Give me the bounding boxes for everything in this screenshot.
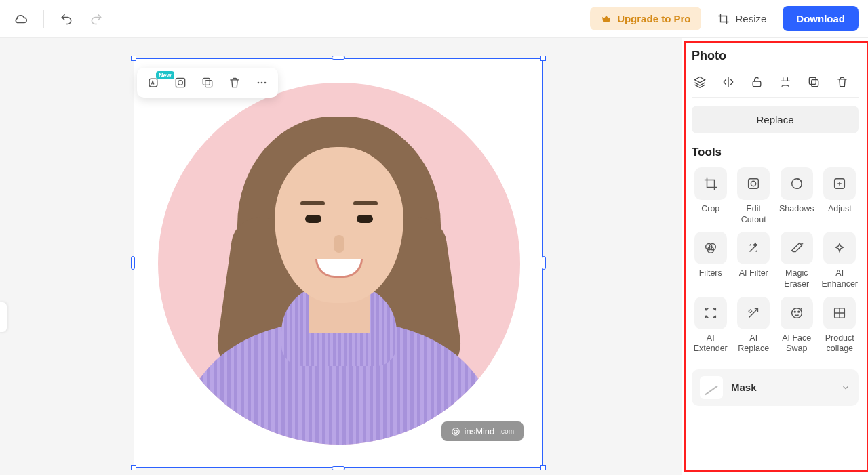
delete-button[interactable] — [225, 73, 244, 92]
tools-grid: Crop Edit Cutout Shadows Adjust Filters … — [692, 167, 859, 354]
undo-button[interactable] — [55, 7, 78, 30]
selected-image[interactable]: insMind.com — [134, 58, 543, 468]
resize-handle-top[interactable] — [332, 56, 345, 60]
mask-section[interactable]: Mask — [692, 369, 859, 406]
upgrade-button[interactable]: Upgrade to Pro — [590, 7, 701, 30]
photo-quick-actions — [692, 71, 859, 98]
trash-icon — [228, 76, 241, 89]
tool-ai-extender[interactable]: AI Extender — [692, 297, 730, 354]
mask-thumbnail — [700, 376, 723, 399]
cloud-sync-button[interactable] — [9, 7, 33, 30]
tool-ai-face-swap[interactable]: AI Face Swap — [778, 297, 816, 354]
extend-icon — [703, 306, 718, 321]
panel-title-photo: Photo — [692, 49, 859, 63]
layers-button[interactable] — [692, 74, 708, 90]
svg-rect-13 — [749, 179, 759, 189]
brush-icon — [778, 75, 792, 89]
cloud-icon — [14, 12, 28, 26]
duplicate-button[interactable] — [198, 73, 217, 92]
tool-ai-replace[interactable]: AI Replace — [735, 297, 773, 354]
tool-magic-eraser[interactable]: Magic Eraser — [778, 232, 816, 289]
crop-icon — [717, 13, 730, 25]
cutout-icon — [174, 76, 187, 89]
right-panel: Photo Replace Tools Crop Edit Cutout Sha… — [682, 38, 868, 475]
tool-product-collage[interactable]: Product collage — [821, 297, 859, 354]
undo-icon — [60, 12, 73, 26]
tool-filters[interactable]: Filters — [692, 232, 730, 289]
svg-rect-11 — [812, 80, 818, 87]
replace-icon — [746, 306, 761, 321]
tool-label: Shadows — [779, 204, 814, 215]
tool-label: Product collage — [821, 333, 859, 354]
duplicate-panel-button[interactable] — [806, 74, 822, 90]
topbar-left — [9, 7, 108, 30]
resize-handle-br[interactable] — [540, 465, 546, 470]
resize-label: Resize — [735, 13, 766, 24]
tool-label: AI Filter — [739, 268, 768, 279]
new-badge: New — [156, 71, 174, 79]
resize-handle-left[interactable] — [131, 256, 135, 270]
download-label: Download — [796, 13, 845, 24]
filters-icon — [703, 241, 718, 255]
svg-point-7 — [258, 82, 260, 84]
resize-button[interactable]: Resize — [711, 9, 773, 29]
duplicate-icon — [201, 76, 214, 89]
crown-icon — [601, 14, 612, 24]
person-illustration — [158, 83, 520, 445]
flip-button[interactable] — [720, 74, 736, 90]
duplicate-icon — [807, 75, 821, 89]
more-button[interactable] — [252, 73, 271, 92]
trash-icon — [835, 75, 849, 89]
style-button[interactable] — [777, 74, 793, 90]
resize-handle-tr[interactable] — [540, 56, 546, 61]
face-swap-icon — [789, 306, 804, 321]
watermark: insMind.com — [441, 421, 524, 441]
svg-rect-12 — [809, 77, 816, 84]
collage-icon — [832, 306, 847, 321]
upgrade-label: Upgrade to Pro — [617, 13, 690, 24]
canvas-area[interactable]: insMind.com New — [0, 38, 682, 475]
layers-icon — [693, 75, 707, 89]
ai-filter-icon — [746, 241, 761, 255]
watermark-brand: insMind — [465, 426, 495, 436]
enhance-icon — [832, 241, 847, 255]
panel-title-tools: Tools — [692, 146, 859, 159]
tool-label: Edit Cutout — [735, 204, 773, 225]
lock-button[interactable] — [749, 74, 765, 90]
tool-label: AI Replace — [735, 333, 773, 354]
main-area: insMind.com New — [0, 38, 868, 475]
svg-rect-3 — [176, 78, 184, 87]
svg-point-1 — [454, 430, 457, 433]
redo-button[interactable] — [85, 7, 108, 30]
svg-point-14 — [751, 181, 756, 186]
chevron-down-icon — [841, 383, 850, 392]
ai-tool-button[interactable]: New — [144, 73, 163, 92]
tool-adjust[interactable]: Adjust — [821, 167, 859, 225]
download-button[interactable]: Download — [783, 6, 859, 31]
svg-point-20 — [791, 308, 802, 318]
tool-edit-cutout[interactable]: Edit Cutout — [735, 167, 773, 225]
divider — [43, 10, 44, 28]
replace-button[interactable]: Replace — [692, 106, 859, 133]
watermark-icon — [451, 427, 460, 436]
top-bar: Upgrade to Pro Resize Download — [0, 0, 868, 38]
svg-rect-5 — [205, 81, 212, 87]
resize-handle-tl[interactable] — [131, 56, 136, 61]
tool-ai-enhancer[interactable]: AI Enhancer — [821, 232, 859, 289]
svg-point-22 — [798, 311, 800, 312]
topbar-right: Upgrade to Pro Resize Download — [590, 6, 859, 31]
redo-icon — [90, 12, 103, 26]
cutout-icon — [746, 176, 761, 191]
svg-point-9 — [264, 82, 267, 84]
shadows-icon — [789, 176, 804, 191]
resize-handle-right[interactable] — [542, 256, 546, 270]
resize-handle-bl[interactable] — [131, 465, 136, 470]
tool-shadows[interactable]: Shadows — [778, 167, 816, 225]
mask-label: Mask — [731, 381, 833, 393]
replace-label: Replace — [756, 114, 793, 125]
svg-point-4 — [178, 81, 183, 85]
delete-panel-button[interactable] — [834, 74, 850, 90]
resize-handle-bottom[interactable] — [332, 466, 345, 470]
tool-ai-filter[interactable]: AI Filter — [735, 232, 773, 289]
tool-crop[interactable]: Crop — [692, 167, 730, 225]
